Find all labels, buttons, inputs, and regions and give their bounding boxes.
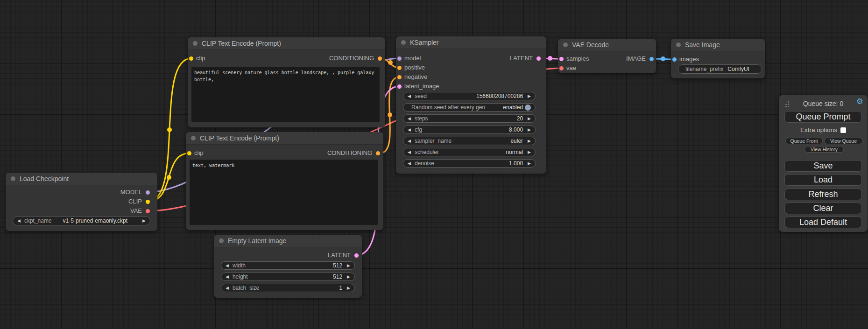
output-port-conditioning[interactable] [376,151,380,155]
increment-arrow-icon[interactable]: ▶ [347,275,350,279]
height-widget[interactable]: ◀ height 512 ▶ [221,273,355,281]
next-value-arrow-icon[interactable]: ▶ [142,219,146,223]
node-title-bar[interactable]: Load Checkpoint [6,173,157,185]
link-dot-conditioning-positive[interactable] [388,60,393,65]
input-port-model[interactable] [397,56,402,61]
node-title: Load Checkpoint [20,175,69,182]
node-title-bar[interactable]: VAE Decode [558,39,656,51]
filename-prefix-widget[interactable]: filename_prefix ComfyUI [678,64,762,74]
save-button[interactable]: Save [784,160,862,172]
input-port-clip[interactable] [189,56,193,61]
prompt-textarea[interactable]: beautiful scenery nature glass bottle la… [191,67,380,122]
input-port-clip[interactable] [187,151,191,155]
queue-front-button[interactable]: Queue Front [785,138,823,144]
input-port-images[interactable] [672,57,677,62]
increment-arrow-icon[interactable]: ▶ [347,286,350,290]
clear-button[interactable]: Clear [784,203,862,214]
node-title-bar[interactable]: KSampler [396,36,546,49]
input-port-latent-image[interactable] [397,84,402,89]
refresh-button[interactable]: Refresh [784,189,862,200]
collapse-dot-icon[interactable] [219,238,224,243]
output-port-latent[interactable] [354,253,359,258]
output-port-image[interactable] [649,57,654,61]
view-queue-button[interactable]: View Queue [824,138,863,144]
input-label-latent-image: latent_image [404,83,439,90]
node-load-checkpoint[interactable]: Load Checkpoint MODEL CLIP VAE ◀ ckpt_na… [6,173,157,231]
link-dot-latent-samples[interactable] [548,56,552,61]
scheduler-widget[interactable]: ◀ scheduler normal ▶ [403,148,536,156]
input-port-positive[interactable] [397,66,402,70]
increment-arrow-icon[interactable]: ▶ [528,94,531,98]
node-vae-decode[interactable]: VAE Decode samples vae IMAGE [558,39,656,73]
collapse-dot-icon[interactable] [676,42,681,47]
decrement-arrow-icon[interactable]: ◀ [408,117,411,121]
node-ksampler[interactable]: KSampler model positive negative latent_… [396,36,546,174]
decrement-arrow-icon[interactable]: ◀ [408,150,411,154]
output-label-latent: LATENT [328,252,351,259]
node-save-image[interactable]: Save Image images filename_prefix ComfyU… [671,39,765,78]
batch-size-widget[interactable]: ◀ batch_size 1 ▶ [221,284,355,292]
increment-arrow-icon[interactable]: ▶ [528,128,531,132]
input-port-samples[interactable] [559,57,564,61]
collapse-dot-icon[interactable] [563,42,568,47]
node-title-bar[interactable]: Empty Latent Image [214,235,362,247]
node-empty-latent-image[interactable]: Empty Latent Image LATENT ◀ width 512 ▶ … [214,235,362,298]
link-dot-conditioning-negative[interactable] [388,112,392,117]
decrement-arrow-icon[interactable]: ◀ [408,139,411,143]
output-label-conditioning: CONDITIONING [329,55,374,62]
node-title-bar[interactable]: CLIP Text Encode (Prompt) [186,132,383,145]
load-default-button[interactable]: Load Default [784,217,862,228]
output-port-latent[interactable] [536,56,541,61]
width-widget[interactable]: ◀ width 512 ▶ [221,261,355,270]
steps-widget[interactable]: ◀ steps 20 ▶ [403,114,536,123]
increment-arrow-icon[interactable]: ▶ [528,117,531,121]
denoise-widget[interactable]: ◀ denoise 1.000 ▶ [403,159,536,168]
node-title-bar[interactable]: CLIP Text Encode (Prompt) [188,37,385,50]
output-label-latent: LATENT [510,55,533,62]
decrement-arrow-icon[interactable]: ◀ [226,264,229,268]
node-title-bar[interactable]: Save Image [671,39,765,51]
view-history-button[interactable]: View History [804,146,844,153]
input-port-vae[interactable] [559,66,564,70]
collapse-dot-icon[interactable] [191,136,196,140]
output-port-vae[interactable] [146,209,150,213]
prompt-textarea[interactable]: text, watermark [190,160,378,225]
link-dot-image[interactable] [661,56,665,61]
ckpt-name-widget[interactable]: ◀ ckpt_name v1-5-pruned-emaonly.ckpt ▶ [13,216,150,225]
decrement-arrow-icon[interactable]: ◀ [408,161,411,166]
decrement-arrow-icon[interactable]: ◀ [408,128,411,132]
increment-arrow-icon[interactable]: ▶ [528,161,531,166]
node-clip-text-encode-negative[interactable]: CLIP Text Encode (Prompt) clip CONDITION… [186,132,383,230]
prev-value-arrow-icon[interactable]: ◀ [17,219,21,223]
collapse-dot-icon[interactable] [401,40,406,45]
increment-arrow-icon[interactable]: ▶ [528,139,531,143]
node-clip-text-encode-positive[interactable]: CLIP Text Encode (Prompt) clip CONDITION… [188,37,385,127]
decrement-arrow-icon[interactable]: ◀ [408,94,411,98]
cfg-widget[interactable]: ◀ cfg 8.000 ▶ [403,126,536,134]
seed-widget[interactable]: ◀ seed 156680208700286 ▶ [403,92,536,100]
queue-prompt-button[interactable]: Queue Prompt [784,111,862,123]
collapse-dot-icon[interactable] [11,176,15,181]
increment-arrow-icon[interactable]: ▶ [528,150,531,154]
settings-gear-icon[interactable]: ⚙ [856,98,863,105]
node-graph-canvas[interactable]: Load Checkpoint MODEL CLIP VAE ◀ ckpt_na… [0,0,868,329]
input-label-positive: positive [404,64,425,71]
link-dot-clip-negative[interactable] [167,175,171,180]
node-title: CLIP Text Encode (Prompt) [200,134,279,142]
random-seed-toggle[interactable] [525,105,531,111]
node-title: Save Image [685,41,720,49]
link-dot-clip-positive[interactable] [167,127,172,132]
extra-options-checkbox[interactable] [840,127,846,133]
random-seed-widget[interactable]: Random seed after every gen enabled [403,103,536,112]
output-port-clip[interactable] [146,200,150,204]
load-button[interactable]: Load [784,174,862,186]
input-label-model: model [404,55,421,62]
output-port-model[interactable] [146,190,150,195]
input-port-negative[interactable] [397,75,402,79]
sampler-name-widget[interactable]: ◀ sampler_name euler ▶ [403,137,536,145]
output-port-conditioning[interactable] [378,56,382,61]
increment-arrow-icon[interactable]: ▶ [347,264,350,268]
decrement-arrow-icon[interactable]: ◀ [226,275,229,279]
collapse-dot-icon[interactable] [193,41,198,46]
decrement-arrow-icon[interactable]: ◀ [226,286,229,290]
